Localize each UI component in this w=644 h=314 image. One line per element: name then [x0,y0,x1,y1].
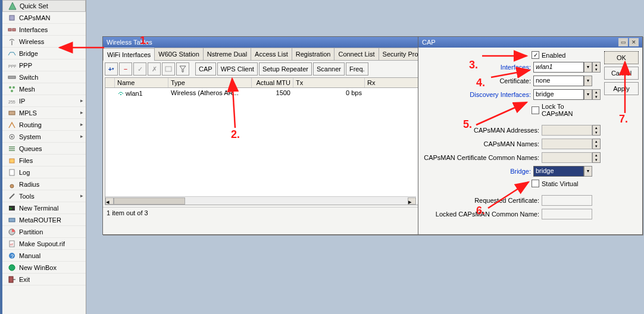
ccn-spinner[interactable]: ▴▾ [592,152,601,163]
col-name[interactable]: Name [115,78,168,87]
svg-point-9 [11,90,13,92]
apply-button[interactable]: Apply [604,82,639,95]
enable-button[interactable]: ✓ [133,62,146,76]
ok-button[interactable]: OK [604,51,639,64]
sidebar-item-label: Manual [19,252,40,259]
cell-rx [365,88,424,99]
interfaces-dropdown[interactable]: ▾ [584,62,592,73]
sidebar-item-ppp[interactable]: PPP PPP [2,59,86,71]
static-virtual-checkbox[interactable] [532,180,539,187]
wps-client-button[interactable]: WPS Client [217,62,258,76]
cancel-button[interactable]: Cancel [604,67,639,80]
enabled-checkbox[interactable]: ✓ [532,51,539,59]
sidebar-item-radius[interactable]: Radius [2,178,86,190]
capsman-names-field[interactable] [542,139,592,149]
supout-icon: rif [7,239,17,249]
table-row[interactable]: wlan1 Wireless (Atheros AR... 1500 0 bps [105,88,424,99]
terminal-icon: > [7,203,17,213]
sidebar-item-new-terminal[interactable]: > New Terminal [2,202,86,214]
sidebar-item-files[interactable]: Files [2,155,86,167]
discovery-spinner[interactable]: ▴▾ [592,89,601,100]
sidebar-item-label: Wireless [19,38,44,45]
tab-wifi-interfaces[interactable]: WiFi Interfaces [103,48,155,61]
scrollbar-horizontal[interactable]: ◂ ▸ [105,196,416,205]
remove-button[interactable]: − [119,62,132,76]
sidebar-item-routing[interactable]: Routing ▸ [2,119,86,131]
minimize-button[interactable]: ▭ [618,38,628,46]
add-button[interactable]: +▾ [105,62,118,76]
bridge-field[interactable]: bridge [533,166,584,177]
sidebar-item-mesh[interactable]: Mesh [2,83,86,95]
wireless-tables-window: Wireless Tables WiFi Interfaces W60G Sta… [102,36,427,235]
bridge-label[interactable]: Bridge: [510,168,533,175]
bridge-dropdown[interactable]: ▾ [584,166,592,177]
sidebar-item-log[interactable]: Log [2,167,86,178]
tab-nstreme[interactable]: Nstreme Dual [203,48,251,60]
sidebar-item-wireless[interactable]: Wireless [2,36,86,48]
sidebar-item-bridge[interactable]: Bridge [2,48,86,59]
sidebar-item-mpls[interactable]: MPLS ▸ [2,107,86,119]
sidebar-item-label: Switch [19,74,38,81]
close-button[interactable]: ✕ [629,38,639,46]
svg-text:rif: rif [10,243,13,246]
capsman-names-label: CAPsMAN Names: [483,140,542,147]
chevron-right-icon: ▸ [80,193,83,199]
sidebar-item-queues[interactable]: Queues [2,143,86,155]
tab-connect-list[interactable]: Connect List [334,48,379,60]
metarouter-icon [7,215,17,225]
col-type[interactable]: Type [168,78,252,87]
capsman-addresses-field[interactable] [542,125,592,136]
sidebar-item-label: IP [19,98,25,105]
sidebar-item-interfaces[interactable]: Interfaces [2,24,86,36]
names-spinner[interactable]: ▴▾ [592,139,601,149]
sidebar-item-label: Exit [19,276,30,283]
addresses-spinner[interactable]: ▴▾ [592,125,601,136]
interfaces-field[interactable]: wlan1 [533,62,584,73]
sidebar-item-ip[interactable]: 255 IP ▸ [2,95,86,107]
sidebar-item-system[interactable]: System ▸ [2,131,86,143]
sidebar-item-switch[interactable]: Switch [2,71,86,83]
sidebar-item-label: MetaROUTER [19,216,61,224]
capsman-ccn-field[interactable] [542,152,592,163]
freq-button[interactable]: Freq. [346,62,368,76]
cap-button[interactable]: CAP [195,62,216,76]
interfaces-spinner[interactable]: ▴▾ [592,62,601,73]
col-tx[interactable]: Tx [293,78,365,87]
titlebar[interactable]: CAP ▭ ✕ [418,37,642,48]
certificate-dropdown[interactable]: ▾ [584,76,592,86]
capsman-ccn-label: CAPsMAN Certificate Common Names: [424,154,542,161]
comment-button[interactable] [162,62,175,76]
discovery-dropdown[interactable]: ▾ [584,89,592,100]
sidebar-item-manual[interactable]: ? Manual [2,250,86,262]
interfaces-label[interactable]: Interfaces: [501,64,533,71]
lock-checkbox[interactable] [532,106,539,114]
col-rx[interactable]: Rx [365,78,424,87]
col-mtu[interactable]: Actual MTU [252,78,293,87]
tab-registration[interactable]: Registration [292,48,335,60]
chevron-right-icon: ▸ [80,121,83,127]
queues-icon [7,144,17,153]
sidebar-item-partition[interactable]: Partition [2,226,86,238]
exit-icon [7,275,17,284]
sidebar-item-new-winbox[interactable]: New WinBox [2,262,86,274]
discovery-interfaces-field[interactable]: bridge [533,89,584,100]
log-icon [7,168,17,177]
tab-w60g[interactable]: W60G Station [154,48,203,60]
tab-access-list[interactable]: Access List [251,48,292,60]
discovery-interfaces-label[interactable]: Discovery Interfaces: [470,91,533,98]
sidebar-item-quickset[interactable]: Quick Set [2,0,86,12]
sidebar-item-supout[interactable]: rif Make Supout.rif [2,238,86,250]
filter-button[interactable] [176,62,189,76]
toolbar: +▾ − ✓ ✗ CAP WPS Client Setup Repeater S… [103,61,427,77]
sidebar-item-tools[interactable]: Tools ▸ [2,190,86,202]
cell-type: Wireless (Atheros AR... [168,88,252,99]
titlebar[interactable]: Wireless Tables [103,37,427,48]
svg-rect-3 [12,29,15,31]
sidebar-item-metarouter[interactable]: MetaROUTER [2,214,86,226]
setup-repeater-button[interactable]: Setup Repeater [259,62,312,76]
scanner-button[interactable]: Scanner [313,62,345,76]
disable-button[interactable]: ✗ [148,62,161,76]
sidebar-item-capsman[interactable]: CAPsMAN [2,12,86,24]
certificate-field[interactable]: none [533,76,584,86]
sidebar-item-exit[interactable]: Exit [2,274,86,285]
